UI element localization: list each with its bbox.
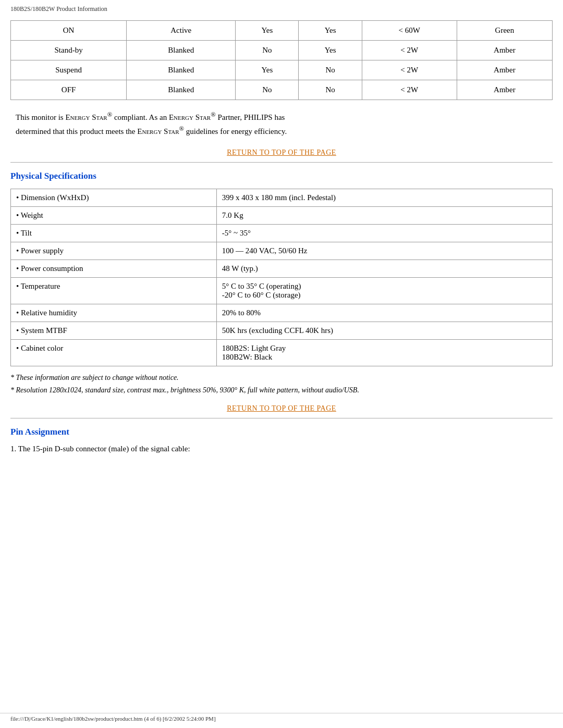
power-table-cell: Stand-by <box>11 41 127 60</box>
power-table-cell: < 2W <box>362 41 457 60</box>
specs-label: • Relative humidity <box>11 304 217 322</box>
specs-value: -5° ~ 35° <box>216 225 552 242</box>
specs-table-row: • Cabinet color180B2S: Light Gray180B2W:… <box>11 340 553 366</box>
specs-value: 5° C to 35° C (operating)-20° C to 60° C… <box>216 278 552 304</box>
power-table-cell: < 60W <box>362 21 457 41</box>
specs-label: • Power supply <box>11 242 217 260</box>
page-title: 180B2S/180B2W Product Information <box>10 5 553 15</box>
return-link-2-container: RETURN TO TOP OF THE PAGE <box>10 404 553 413</box>
specs-table-row: • Dimension (WxHxD)399 x 403 x 180 mm (i… <box>11 189 553 207</box>
power-table-cell: Active <box>127 21 236 41</box>
power-table-cell: Suspend <box>11 60 127 80</box>
pin-assignment-heading: Pin Assignment <box>10 427 553 437</box>
footnote-2: * Resolution 1280x1024, standard size, c… <box>10 386 553 394</box>
power-table-cell: No <box>236 80 299 100</box>
specs-table-row: • Relative humidity20% to 80% <box>11 304 553 322</box>
energy-line1: This monitor is Energy Star® compliant. … <box>16 113 285 121</box>
power-table-cell: Green <box>457 21 552 41</box>
power-table-cell: Yes <box>236 60 299 80</box>
power-table-cell: Yes <box>299 21 362 41</box>
power-table-cell: Yes <box>299 41 362 60</box>
power-table-cell: Amber <box>457 41 552 60</box>
energy-text: This monitor is Energy Star® compliant. … <box>10 109 553 138</box>
divider-1 <box>10 162 553 163</box>
power-table-cell: Amber <box>457 80 552 100</box>
specs-table-row: • Power supply100 — 240 VAC, 50/60 Hz <box>11 242 553 260</box>
specs-table-row: • Power consumption48 W (typ.) <box>11 260 553 278</box>
specs-table-row: • Tilt-5° ~ 35° <box>11 225 553 242</box>
specs-value: 180B2S: Light Gray180B2W: Black <box>216 340 552 366</box>
specs-value: 50K hrs (excluding CCFL 40K hrs) <box>216 322 552 340</box>
power-table-cell: No <box>299 60 362 80</box>
power-table: ONActiveYesYes< 60WGreenStand-byBlankedN… <box>10 20 553 100</box>
specs-label: • System MTBF <box>11 322 217 340</box>
power-table-cell: Blanked <box>127 80 236 100</box>
power-table-cell: Blanked <box>127 41 236 60</box>
specs-label: • Cabinet color <box>11 340 217 366</box>
return-link-1[interactable]: RETURN TO TOP OF THE PAGE <box>227 149 336 156</box>
specs-value: 7.0 Kg <box>216 207 552 225</box>
power-table-cell: OFF <box>11 80 127 100</box>
specs-table-row: • Temperature5° C to 35° C (operating)-2… <box>11 278 553 304</box>
specs-label: • Dimension (WxHxD) <box>11 189 217 207</box>
specs-value: 20% to 80% <box>216 304 552 322</box>
specs-value: 399 x 403 x 180 mm (incl. Pedestal) <box>216 189 552 207</box>
specs-label: • Tilt <box>11 225 217 242</box>
power-table-cell: No <box>299 80 362 100</box>
status-bar: file:///D|/Grace/K1/english/180b2sw/prod… <box>0 713 563 724</box>
power-table-cell: ON <box>11 21 127 41</box>
specs-value: 100 — 240 VAC, 50/60 Hz <box>216 242 552 260</box>
power-table-cell: < 2W <box>362 80 457 100</box>
return-link-1-container: RETURN TO TOP OF THE PAGE <box>10 148 553 157</box>
specs-table-row: • System MTBF50K hrs (excluding CCFL 40K… <box>11 322 553 340</box>
specs-table: • Dimension (WxHxD)399 x 403 x 180 mm (i… <box>10 189 553 366</box>
power-table-cell: Yes <box>236 21 299 41</box>
power-table-cell: Blanked <box>127 60 236 80</box>
physical-specs-heading: Physical Specifications <box>10 171 553 181</box>
divider-2 <box>10 418 553 418</box>
power-table-cell: < 2W <box>362 60 457 80</box>
pin-assignment-section: Pin Assignment 1. The 15-pin D-sub conne… <box>10 427 553 453</box>
power-table-cell: No <box>236 41 299 60</box>
physical-specs-section: Physical Specifications • Dimension (WxH… <box>10 171 553 394</box>
energy-line2: determined that this product meets the E… <box>16 127 287 135</box>
specs-value: 48 W (typ.) <box>216 260 552 278</box>
footnote-1: * These information are subject to chang… <box>10 374 553 382</box>
specs-label: • Power consumption <box>11 260 217 278</box>
power-table-cell: Amber <box>457 60 552 80</box>
specs-table-row: • Weight7.0 Kg <box>11 207 553 225</box>
specs-label: • Temperature <box>11 278 217 304</box>
pin-desc: 1. The 15-pin D-sub connector (male) of … <box>10 445 553 453</box>
specs-label: • Weight <box>11 207 217 225</box>
return-link-2[interactable]: RETURN TO TOP OF THE PAGE <box>227 404 336 412</box>
